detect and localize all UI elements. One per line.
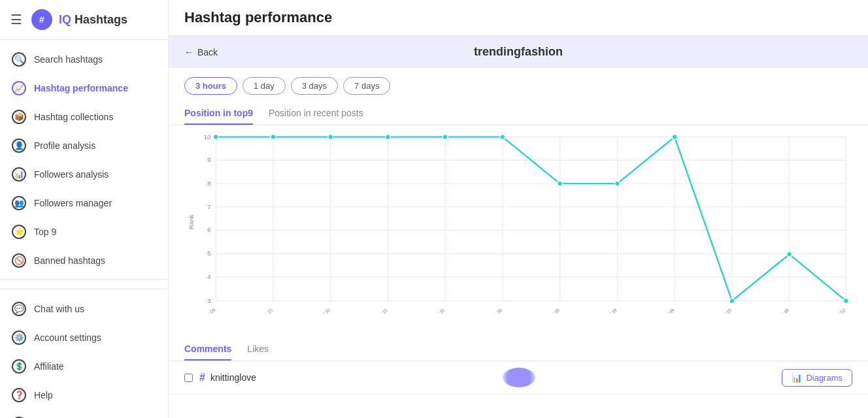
filter-7days[interactable]: 7 days: [343, 77, 390, 95]
data-point: [442, 135, 448, 140]
bar-chart-icon: 📊: [792, 373, 802, 383]
sidebar-item-followers-manager[interactable]: 👥 Followers manager: [0, 189, 168, 217]
back-arrow-icon: ←: [184, 47, 193, 57]
data-point: [844, 298, 849, 304]
hashtag-name-cell: knittinglove: [210, 372, 256, 383]
followers-analysis-icon: 📊: [12, 167, 26, 182]
chat-icon: 💬: [12, 302, 26, 316]
followers-manager-icon: 👥: [12, 196, 26, 210]
sidebar-item-label: Top 9: [34, 227, 56, 237]
data-point: [213, 135, 218, 140]
sidebar-item-label: Banned hashtags: [34, 255, 105, 266]
line-chart: Rank 10 9 8: [184, 131, 852, 314]
sidebar-item-label: Hashtag performance: [34, 83, 128, 93]
sidebar-item-label: Hashtag collections: [34, 112, 113, 122]
back-button[interactable]: ← Back: [184, 47, 218, 57]
help-icon: ❓: [12, 388, 26, 402]
hashtag-hash-icon: #: [199, 372, 205, 383]
filter-1day[interactable]: 1 day: [242, 77, 286, 95]
svg-text:26-02-2021 18:33:09: 26-02-2021 18:33:09: [184, 307, 217, 314]
tab-likes[interactable]: Likes: [247, 338, 269, 361]
svg-text:26-02-2021 18:52:31: 26-02-2021 18:52:31: [411, 307, 446, 314]
hashtag-cell: # knittinglove: [199, 372, 256, 383]
page-title: Hashtag performance: [184, 9, 852, 26]
sidebar-item-help[interactable]: ❓ Help: [0, 381, 168, 410]
chart-preview-icon: [503, 368, 535, 387]
sidebar-item-label: Help: [34, 390, 53, 400]
sidebar: ☰ # IQ Hashtags 🔍 Search hashtags 📈 Hash…: [0, 0, 169, 418]
svg-text:26-02-2021 19:58:44: 26-02-2021 19:58:44: [641, 307, 676, 314]
sidebar-item-followers-analysis[interactable]: 📊 Followers analysis: [0, 160, 168, 189]
chart-tabs: Position in top9 Position in recent post…: [169, 95, 868, 125]
data-point: [672, 135, 677, 140]
svg-text:26-02-2021 21:19:52: 26-02-2021 21:19:52: [812, 307, 847, 314]
time-filters: 3 hours 1 day 3 days 7 days: [169, 68, 868, 95]
sidebar-item-account-settings[interactable]: ⚙️ Account settings: [0, 323, 168, 352]
back-bar: ← Back trendingfashion: [169, 36, 868, 68]
svg-text:26-02-2021 18:37:30: 26-02-2021 18:37:30: [296, 307, 331, 314]
tab-position-top9[interactable]: Position in top9: [184, 103, 253, 125]
svg-text:8: 8: [207, 180, 210, 187]
row-checkbox[interactable]: [184, 374, 193, 382]
sidebar-item-hashtag-collections[interactable]: 📦 Hashtag collections: [0, 103, 168, 131]
brand-name-suffix: Hashtags: [75, 13, 127, 26]
svg-text:26-02-2021 19:19:36: 26-02-2021 19:19:36: [526, 307, 561, 314]
sidebar-item-hashtag-performance[interactable]: 📈 Hashtag performance: [0, 74, 168, 103]
tab-comments[interactable]: Comments: [184, 338, 231, 361]
sidebar-item-chat[interactable]: 💬 Chat with us: [0, 295, 168, 323]
chart-container: Rank 10 9 8: [184, 131, 852, 333]
banned-icon: 🚫: [12, 253, 26, 268]
brand-name-prefix: IQ: [59, 13, 75, 26]
sidebar-item-affiliate[interactable]: 💲 Affiliate: [0, 352, 168, 381]
diagrams-button[interactable]: 📊 Diagrams: [782, 369, 852, 387]
hashtag-perf-icon: 📈: [12, 81, 26, 95]
filter-3days[interactable]: 3 days: [291, 77, 338, 95]
svg-text:6: 6: [207, 226, 210, 233]
collections-icon: 📦: [12, 110, 26, 124]
svg-text:10: 10: [204, 133, 211, 140]
sidebar-footer: 💬 Chat with us ⚙️ Account settings 💲 Aff…: [0, 289, 168, 418]
sidebar-item-label: Followers manager: [34, 198, 112, 208]
sidebar-item-logout[interactable]: ⏻ Log out: [0, 410, 168, 418]
sidebar-item-label: Search hashtags: [34, 54, 103, 65]
main-content: Hashtag performance ← Back trendingfashi…: [169, 0, 868, 418]
svg-text:26-02-2021 18:43:31: 26-02-2021 18:43:31: [354, 307, 389, 314]
data-point: [558, 181, 563, 186]
svg-text:4: 4: [207, 273, 211, 280]
chart-area: Rank 10 9 8: [169, 125, 868, 333]
data-point: [729, 298, 735, 304]
svg-text:3: 3: [207, 297, 210, 304]
svg-text:Rank: Rank: [188, 215, 195, 230]
svg-text:26-02-2021 20:22:55: 26-02-2021 20:22:55: [698, 307, 733, 314]
sidebar-item-profile-analysis[interactable]: 👤 Profile analysis: [0, 131, 168, 160]
filter-3hours[interactable]: 3 hours: [184, 77, 237, 95]
data-point: [500, 135, 505, 140]
svg-text:26-02-2021 19:04:36: 26-02-2021 19:04:36: [469, 307, 504, 314]
data-point: [271, 135, 276, 140]
logo-icon: #: [31, 9, 52, 30]
svg-text:5: 5: [207, 249, 210, 257]
sidebar-item-banned-hashtags[interactable]: 🚫 Banned hashtags: [0, 246, 168, 275]
svg-text:26-02-2021 19:37:39: 26-02-2021 19:37:39: [583, 307, 618, 314]
search-icon: 🔍: [12, 52, 26, 67]
top9-icon: ⭐: [12, 225, 26, 239]
sidebar-header: ☰ # IQ Hashtags: [0, 0, 168, 40]
sidebar-item-label: Followers analysis: [34, 169, 108, 180]
back-label: Back: [197, 47, 218, 57]
tab-position-recent[interactable]: Position in recent posts: [269, 103, 363, 125]
svg-text:9: 9: [207, 156, 210, 163]
svg-text:26-02-2021 20:49:48: 26-02-2021 20:49:48: [755, 307, 790, 314]
settings-icon: ⚙️: [12, 330, 26, 345]
diagrams-label: Diagrams: [806, 373, 843, 383]
main-nav: 🔍 Search hashtags 📈 Hashtag performance …: [0, 40, 168, 289]
sidebar-item-search-hashtags[interactable]: 🔍 Search hashtags: [0, 45, 168, 74]
data-point: [386, 135, 391, 140]
svg-text:26-02-2021 18:34:21: 26-02-2021 18:34:21: [239, 307, 275, 314]
sidebar-item-label: Account settings: [34, 332, 101, 343]
svg-text:7: 7: [207, 203, 210, 210]
chart-line: [216, 137, 846, 301]
sidebar-item-label: Chat with us: [34, 304, 84, 314]
page-header: Hashtag performance: [169, 0, 868, 36]
hamburger-icon[interactable]: ☰: [10, 12, 22, 27]
sidebar-item-top9[interactable]: ⭐ Top 9: [0, 217, 168, 246]
